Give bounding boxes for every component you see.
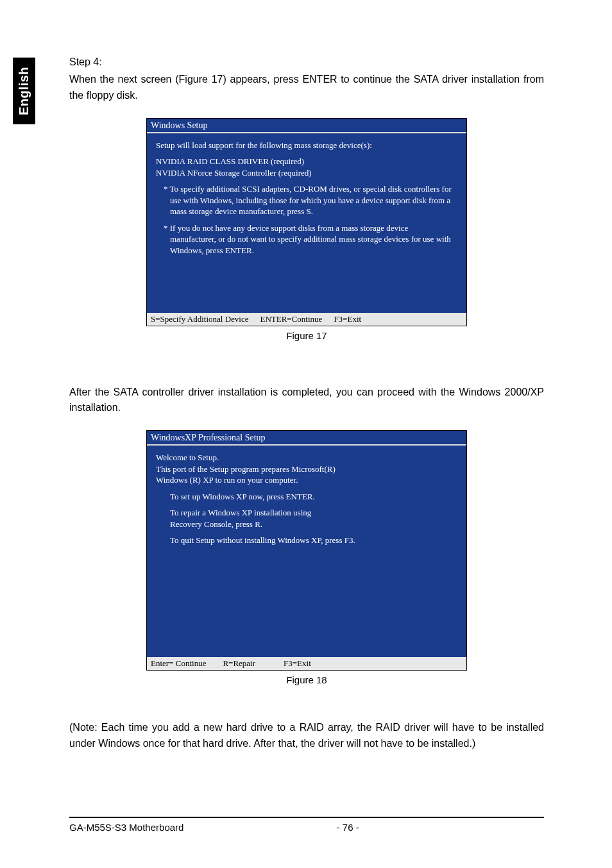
figure17-bullet2: * If you do not have any device support … (170, 222, 457, 256)
figure18-caption: Figure 18 (69, 674, 544, 685)
figure18-welcome: Welcome to Setup. (156, 452, 457, 463)
figure17-caption: Figure 17 (69, 330, 544, 341)
figure17-title: Windows Setup (147, 119, 466, 133)
figure18-opt2a: To repair a Windows XP installation usin… (170, 507, 457, 519)
mid-paragraph: After the SATA controller driver install… (69, 385, 544, 417)
figure18-body: Welcome to Setup. This port of the Setup… (147, 446, 466, 657)
status-f3b: F3=Exit (284, 658, 311, 668)
page-footer: GA-M55S-S3 Motherboard - 76 - (69, 817, 544, 833)
status-r: R=Repair (223, 658, 255, 668)
figure17-body: Setup will load support for the followin… (147, 133, 466, 313)
figure18-opt2b: Recovery Console, press R. (170, 519, 457, 530)
figure17-window: Windows Setup Setup will load support fo… (146, 118, 467, 326)
main-content: Step 4: When the next screen (Figure 17)… (69, 56, 544, 752)
status-f3: F3=Exit (334, 314, 361, 324)
figure18-line2: This port of the Setup program prepares … (156, 463, 457, 475)
figure17-intro: Setup will load support for the followin… (156, 140, 457, 151)
footer-page-number: - 76 - (183, 822, 512, 833)
figure17-bullet1: * To specify additional SCSI adapters, C… (170, 183, 457, 217)
figure17-driver2: NVIDIA NForce Storage Controller (requir… (156, 167, 457, 179)
language-tab: English (13, 58, 35, 124)
figure18-title: WindowsXP Professional Setup (147, 431, 466, 446)
status-specify: S=Specify Additional Device (151, 314, 248, 324)
figure18-statusbar: Enter= ContinueR=RepairF3=Exit (147, 657, 466, 670)
figure18-opt3: To quit Setup without installing Windows… (170, 535, 457, 546)
step-description: When the next screen (Figure 17) appears… (69, 72, 544, 104)
figure18-line3: Windows (R) XP to run on your computer. (156, 474, 457, 486)
figure17-driver1: NVIDIA RAID CLASS DRIVER (required) (156, 156, 457, 167)
figure18-opt1: To set up Windows XP now, press ENTER. (170, 491, 457, 503)
note-text: (Note: Each time you add a new hard driv… (69, 720, 544, 752)
figure18-window: WindowsXP Professional Setup Welcome to … (146, 430, 467, 671)
step-label: Step 4: (69, 56, 544, 68)
status-enter: ENTER=Continue (260, 314, 322, 324)
figure17-statusbar: S=Specify Additional DeviceENTER=Continu… (147, 313, 466, 326)
status-enter2: Enter= Continue (151, 658, 206, 668)
footer-product: GA-M55S-S3 Motherboard (69, 822, 183, 833)
